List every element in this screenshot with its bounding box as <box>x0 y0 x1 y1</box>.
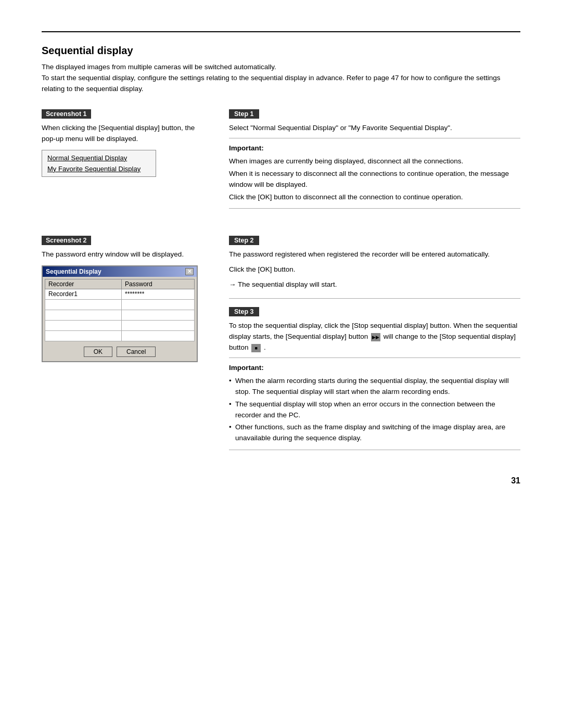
dialog-content: Recorder Password Recorder1 ******** <box>43 277 197 361</box>
table-row <box>45 330 195 341</box>
intro-text: The displayed images from multiple camer… <box>42 62 520 95</box>
step3-bullet-2: The sequential display will stop when an… <box>229 399 520 421</box>
screenshot1-col: Screenshot 1 When clicking the [Sequenti… <box>42 109 208 217</box>
step2-divider <box>229 298 520 299</box>
dialog-buttons: OK Cancel <box>45 344 195 359</box>
top-rule <box>42 31 520 32</box>
dialog-password-2 <box>122 299 195 310</box>
step1-badge: Step 1 <box>229 109 259 119</box>
step3-desc-end: . <box>264 343 266 351</box>
dialog-close-button[interactable]: ✕ <box>185 268 194 275</box>
step3-bullet-1: When the alarm recording starts during t… <box>229 376 520 398</box>
screenshot2-desc: The password entry window will be displa… <box>42 249 208 260</box>
intro-line-1: The displayed images from multiple camer… <box>42 62 520 73</box>
step3-icon-sequential: ▶▶ <box>371 333 380 341</box>
screenshot1-desc: When clicking the [Sequential display] b… <box>42 123 208 145</box>
dialog-recorder-2 <box>45 299 122 310</box>
step2-line-3: → The sequential display will start. <box>229 279 520 290</box>
dialog-col-password: Password <box>122 279 195 289</box>
step3-important-label: Important: <box>229 362 520 374</box>
screenshot2-col: Screenshot 2 The password entry window w… <box>42 236 208 456</box>
dialog-cancel-button[interactable]: Cancel <box>117 347 156 357</box>
step3-icon-stop: ■ <box>251 344 261 352</box>
step1-important-line-2: When it is necessary to disconnect all t… <box>229 168 520 190</box>
sequential-display-dialog: Sequential Display ✕ Recorder Password R… <box>42 265 198 362</box>
section-title: Sequential display <box>42 45 520 57</box>
step1-important-line-3: Click the [OK] button to disconnect all … <box>229 191 520 203</box>
table-row <box>45 310 195 320</box>
step3-desc: To stop the sequential display, click th… <box>229 321 520 353</box>
dialog-recorder-1: Recorder1 <box>45 289 122 299</box>
table-row: Recorder1 ******** <box>45 289 195 299</box>
step1-desc: Select "Normal Sequential Display" or "M… <box>229 123 520 134</box>
popup-menu-item-2[interactable]: My Favorite Sequential Display <box>42 163 156 174</box>
dialog-ok-button[interactable]: OK <box>84 347 112 357</box>
dialog-titlebar: Sequential Display ✕ <box>43 266 197 277</box>
step1-important-label: Important: <box>229 143 520 154</box>
dialog-password-1: ******** <box>122 289 195 299</box>
step3-bullet-list: When the alarm recording starts during t… <box>229 376 520 444</box>
screenshot1-badge: Screenshot 1 <box>42 109 91 119</box>
step2-3-col: Step 2 The password registered when regi… <box>229 236 520 456</box>
step1-important-block: Important: When images are currently bei… <box>229 138 520 209</box>
dialog-password-5 <box>122 330 195 341</box>
table-row <box>45 320 195 330</box>
popup-menu: Normal Sequential Display My Favorite Se… <box>42 150 156 177</box>
step2-line-1: The password registered when registered … <box>229 249 520 260</box>
popup-menu-item-1[interactable]: Normal Sequential Display <box>42 152 156 163</box>
row-1: Screenshot 1 When clicking the [Sequenti… <box>42 109 520 217</box>
step2-line-2: Click the [OK] button. <box>229 264 520 275</box>
step2-badge: Step 2 <box>229 236 259 245</box>
dialog-password-3 <box>122 310 195 320</box>
dialog-password-4 <box>122 320 195 330</box>
table-row <box>45 299 195 310</box>
dialog-recorder-4 <box>45 320 122 330</box>
step3-important-block: Important: When the alarm recording star… <box>229 357 520 450</box>
step3-bullet-3: Other functions, such as the frame displ… <box>229 422 520 444</box>
step1-col: Step 1 Select "Normal Sequential Display… <box>229 109 520 217</box>
screenshot2-badge: Screenshot 2 <box>42 236 91 245</box>
step3-badge: Step 3 <box>229 307 259 316</box>
page-number: 31 <box>42 476 520 486</box>
dialog-table: Recorder Password Recorder1 ******** <box>45 279 195 341</box>
dialog-title: Sequential Display <box>46 268 101 275</box>
dialog-col-recorder: Recorder <box>45 279 122 289</box>
row-2: Screenshot 2 The password entry window w… <box>42 236 520 456</box>
intro-line-2: To start the sequential display, configu… <box>42 73 520 95</box>
step1-important-line-1: When images are currently being displaye… <box>229 156 520 167</box>
dialog-recorder-5 <box>45 330 122 341</box>
dialog-recorder-3 <box>45 310 122 320</box>
